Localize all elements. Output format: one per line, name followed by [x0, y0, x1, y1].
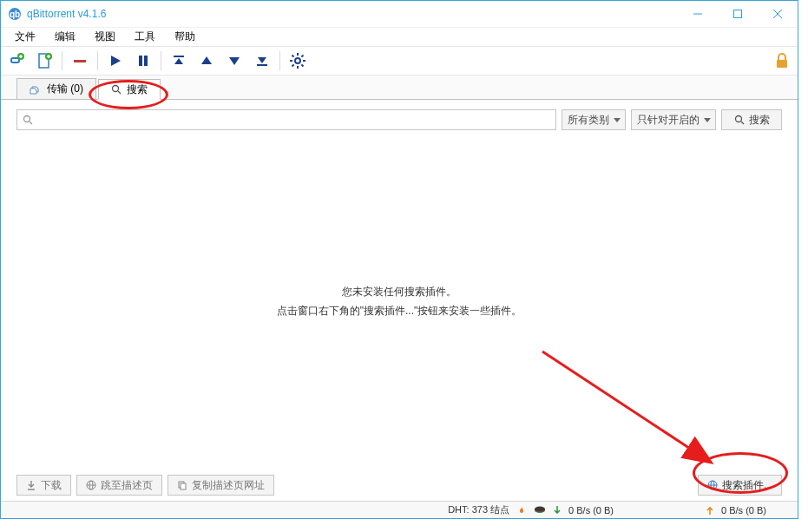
- svg-point-35: [24, 116, 30, 122]
- search-row: 所有类别 只针对开启的 搜索: [1, 105, 798, 135]
- content-area: 您未安装任何搜索插件。 点击窗口右下角的"搜索插件..."按钮来安装一些插件。 …: [1, 135, 798, 501]
- svg-rect-13: [74, 60, 86, 62]
- down-speed: 0 B/s (0 B): [568, 505, 614, 516]
- tab-search[interactable]: 搜索: [98, 79, 161, 100]
- download-icon: [26, 480, 36, 490]
- globe-icon: [86, 480, 96, 490]
- svg-line-36: [30, 122, 32, 124]
- pause-button[interactable]: [133, 50, 154, 71]
- app-window: qb qBittorrent v4.1.6 文件 编辑 视图 工具 帮助: [0, 0, 798, 519]
- svg-line-29: [301, 64, 303, 66]
- svg-marker-18: [174, 58, 183, 64]
- scope-dropdown[interactable]: 只针对开启的: [631, 109, 716, 130]
- separator: [97, 51, 98, 70]
- move-top-button[interactable]: [168, 50, 189, 71]
- add-torrent-button[interactable]: [34, 50, 55, 71]
- menubar: 文件 编辑 视图 工具 帮助: [1, 27, 798, 46]
- separator: [279, 51, 280, 70]
- svg-line-34: [118, 91, 121, 94]
- svg-rect-43: [181, 483, 186, 489]
- close-button[interactable]: [758, 1, 798, 27]
- statusbar: DHT: 373 结点 0 B/s (0 B) 0 B/s (0 B): [1, 501, 798, 518]
- window-title: qBittorrent v4.1.6: [27, 8, 678, 20]
- download-button[interactable]: 下载: [16, 475, 71, 496]
- svg-rect-22: [257, 64, 267, 66]
- empty-line2: 点击窗口右下角的"搜索插件..."按钮来安装一些插件。: [277, 302, 522, 321]
- bottom-row: 下载 跳至描述页 复制描述页网址 搜索插件...: [1, 470, 798, 501]
- lock-button[interactable]: [772, 50, 792, 71]
- titlebar: qb qBittorrent v4.1.6: [1, 1, 798, 27]
- settings-button[interactable]: [287, 50, 308, 71]
- svg-marker-19: [201, 56, 212, 64]
- delete-button[interactable]: [69, 50, 90, 71]
- empty-line1: 您未安装任何搜索插件。: [342, 283, 457, 302]
- disk-icon: [534, 506, 546, 515]
- svg-rect-32: [777, 60, 787, 68]
- svg-point-23: [295, 58, 300, 63]
- separator: [62, 51, 62, 70]
- window-controls: [678, 1, 798, 27]
- menu-tools[interactable]: 工具: [126, 28, 164, 46]
- up-arrow-icon: [706, 505, 714, 516]
- svg-text:qb: qb: [10, 10, 20, 19]
- move-bottom-button[interactable]: [252, 50, 273, 71]
- svg-rect-15: [139, 56, 142, 66]
- category-dropdown[interactable]: 所有类别: [562, 109, 626, 130]
- search-button[interactable]: 搜索: [721, 109, 782, 130]
- down-arrow-icon: [553, 505, 562, 516]
- move-down-button[interactable]: [224, 50, 245, 71]
- svg-rect-6: [11, 58, 19, 62]
- svg-marker-20: [229, 57, 240, 65]
- svg-point-33: [113, 86, 119, 92]
- search-icon: [23, 115, 33, 125]
- fire-icon: [516, 505, 527, 516]
- svg-marker-14: [111, 56, 121, 66]
- move-up-button[interactable]: [196, 50, 217, 71]
- copy-icon: [177, 480, 187, 490]
- empty-message: 您未安装任何搜索插件。 点击窗口右下角的"搜索插件..."按钮来安装一些插件。: [1, 135, 798, 470]
- search-plugins-button[interactable]: 搜索插件...: [698, 475, 782, 496]
- tab-search-label: 搜索: [127, 82, 148, 97]
- svg-marker-21: [258, 57, 266, 63]
- tab-transfers-label: 传输 (0): [47, 82, 83, 96]
- svg-point-37: [735, 116, 741, 122]
- svg-line-38: [741, 122, 744, 124]
- app-icon: qb: [8, 7, 22, 21]
- globe-icon: [707, 480, 718, 490]
- up-speed: 0 B/s (0 B): [721, 505, 766, 516]
- svg-line-31: [301, 56, 303, 57]
- transfers-icon: [30, 83, 42, 95]
- tab-transfers[interactable]: 传输 (0): [16, 78, 96, 99]
- menu-view[interactable]: 视图: [86, 28, 124, 46]
- search-icon: [111, 84, 122, 95]
- minimize-button[interactable]: [678, 1, 718, 27]
- search-icon: [734, 115, 745, 125]
- svg-rect-3: [734, 10, 742, 18]
- dht-status: DHT: 373 结点: [448, 503, 509, 516]
- resume-button[interactable]: [105, 50, 126, 71]
- separator: [161, 51, 161, 70]
- menu-file[interactable]: 文件: [6, 28, 44, 46]
- toolbar: [1, 46, 798, 76]
- svg-line-30: [292, 64, 294, 66]
- menu-help[interactable]: 帮助: [166, 28, 204, 46]
- copy-url-button[interactable]: 复制描述页网址: [168, 475, 274, 496]
- svg-rect-17: [174, 56, 184, 57]
- menu-edit[interactable]: 编辑: [46, 28, 84, 46]
- add-link-button[interactable]: [6, 50, 27, 71]
- goto-desc-button[interactable]: 跳至描述页: [76, 475, 162, 496]
- search-input[interactable]: [16, 109, 556, 130]
- svg-point-49: [535, 506, 545, 511]
- svg-line-28: [292, 56, 294, 57]
- tabstrip: 传输 (0) 搜索: [1, 76, 798, 100]
- maximize-button[interactable]: [718, 1, 758, 27]
- svg-rect-16: [144, 56, 148, 66]
